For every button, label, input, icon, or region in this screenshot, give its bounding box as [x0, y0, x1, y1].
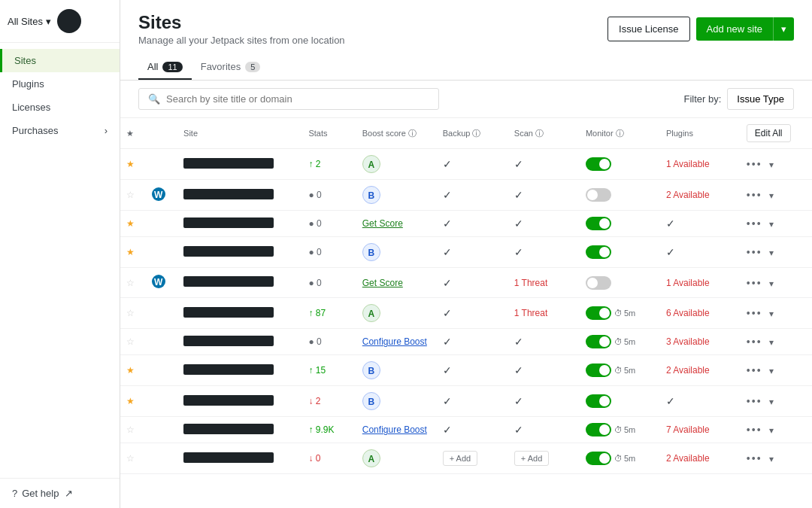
star-icon[interactable]: ★ [126, 159, 135, 169]
monitor-toggle[interactable] [586, 423, 611, 437]
add-new-site-caret[interactable]: ▾ [773, 17, 794, 41]
row-expand-button[interactable]: ▾ [769, 248, 774, 258]
row-menu-button[interactable]: ••• [747, 364, 762, 376]
add-new-site-button[interactable]: Add new site [696, 17, 773, 41]
monitor-toggle[interactable] [586, 364, 611, 377]
site-cell[interactable] [177, 329, 302, 355]
get-help-link[interactable]: ? Get help ↗ [0, 478, 120, 508]
get-score-link[interactable]: Get Score [362, 218, 403, 229]
plugins-cell[interactable]: 1 Available [660, 268, 741, 298]
plugins-available-label[interactable]: 1 Available [666, 278, 710, 288]
row-expand-button[interactable]: ▾ [769, 309, 774, 319]
star-icon[interactable]: ★ [126, 365, 135, 376]
star-cell[interactable]: ☆ [120, 417, 145, 443]
boost-cell[interactable]: Get Score [356, 268, 437, 298]
monitor-cell[interactable]: ⏱5m [580, 298, 660, 329]
tab-all[interactable]: All11 [138, 55, 192, 80]
star-icon[interactable]: ☆ [126, 453, 135, 464]
boost-cell[interactable]: Get Score [356, 211, 437, 237]
monitor-cell[interactable] [580, 237, 660, 268]
scan-threat-label[interactable]: 1 Threat [514, 278, 547, 288]
row-expand-button[interactable]: ▾ [769, 190, 774, 201]
configure-boost-link[interactable]: Configure Boost [362, 424, 427, 435]
monitor-toggle[interactable] [586, 276, 611, 290]
sidebar-item-purchases[interactable]: Purchases› [0, 119, 120, 142]
row-expand-button[interactable]: ▾ [769, 278, 774, 289]
search-bar[interactable]: 🔍 [138, 88, 439, 110]
monitor-toggle[interactable] [586, 306, 611, 320]
star-icon[interactable]: ☆ [126, 308, 135, 318]
plugins-cell[interactable]: 1 Available [660, 149, 741, 180]
sidebar-item-sites[interactable]: Sites [0, 49, 120, 72]
plugins-cell[interactable]: 7 Available [660, 417, 741, 443]
tab-favorites[interactable]: Favorites5 [192, 55, 270, 80]
star-icon[interactable]: ★ [126, 218, 135, 229]
row-menu-button[interactable]: ••• [747, 189, 762, 201]
monitor-cell[interactable] [580, 268, 660, 298]
monitor-cell[interactable]: ⏱5m [580, 417, 660, 443]
star-cell[interactable]: ★ [120, 355, 145, 386]
site-cell[interactable] [177, 298, 302, 329]
edit-all-button[interactable]: Edit All [747, 124, 791, 142]
row-expand-button[interactable]: ▾ [769, 337, 774, 348]
plugins-cell[interactable]: 3 Available [660, 329, 741, 355]
row-expand-button[interactable]: ▾ [769, 397, 774, 407]
monitor-toggle[interactable] [586, 245, 611, 259]
plugins-available-label[interactable]: 1 Available [666, 159, 710, 169]
monitor-cell[interactable] [580, 180, 660, 211]
monitor-cell[interactable]: ⏱5m [580, 355, 660, 386]
site-cell[interactable] [177, 149, 302, 180]
star-cell[interactable]: ☆ [120, 329, 145, 355]
row-expand-button[interactable]: ▾ [769, 366, 774, 376]
scan-cell[interactable]: + Add [508, 443, 580, 474]
monitor-cell[interactable] [580, 211, 660, 237]
row-expand-button[interactable]: ▾ [769, 160, 774, 170]
star-cell[interactable]: ☆ [120, 298, 145, 329]
row-menu-button[interactable]: ••• [747, 336, 762, 348]
monitor-toggle[interactable] [586, 335, 611, 348]
issue-license-button[interactable]: Issue License [607, 17, 690, 41]
site-cell[interactable] [177, 237, 302, 268]
row-menu-button[interactable]: ••• [747, 452, 762, 464]
plugins-cell[interactable]: 2 Available [660, 180, 741, 211]
monitor-cell[interactable]: ⏱5m [580, 443, 660, 474]
backup-cell[interactable]: + Add [437, 443, 508, 474]
plugins-available-label[interactable]: 2 Available [666, 190, 710, 200]
star-cell[interactable]: ★ [120, 149, 145, 180]
monitor-cell[interactable] [580, 149, 660, 180]
search-input[interactable] [166, 93, 429, 105]
star-cell[interactable]: ☆ [120, 443, 145, 474]
site-cell[interactable] [177, 268, 302, 298]
monitor-cell[interactable] [580, 386, 660, 417]
scan-threat-label[interactable]: 1 Threat [514, 308, 547, 318]
row-menu-button[interactable]: ••• [747, 277, 762, 289]
all-sites-selector[interactable]: All Sites ▾ [8, 16, 51, 27]
monitor-cell[interactable]: ⏱5m [580, 329, 660, 355]
site-cell[interactable] [177, 443, 302, 474]
configure-boost-link[interactable]: Configure Boost [362, 336, 427, 347]
star-cell[interactable]: ☆ [120, 180, 145, 211]
monitor-toggle[interactable] [586, 394, 611, 408]
backup-add-button[interactable]: + Add [443, 451, 477, 466]
plugins-available-label[interactable]: 7 Available [666, 424, 710, 435]
sidebar-item-licenses[interactable]: Licenses [0, 96, 120, 119]
scan-cell[interactable]: 1 Threat [508, 268, 580, 298]
boost-cell[interactable]: Configure Boost [356, 417, 437, 443]
star-icon[interactable]: ☆ [126, 190, 135, 200]
star-cell[interactable]: ★ [120, 386, 145, 417]
sidebar-item-plugins[interactable]: Plugins [0, 72, 120, 96]
site-cell[interactable] [177, 355, 302, 386]
scan-add-button[interactable]: + Add [514, 451, 549, 466]
scan-cell[interactable]: 1 Threat [508, 298, 580, 329]
star-icon[interactable]: ☆ [126, 336, 135, 347]
monitor-toggle[interactable] [586, 452, 611, 465]
row-expand-button[interactable]: ▾ [769, 425, 774, 436]
plugins-cell[interactable]: 6 Available [660, 298, 741, 329]
row-menu-button[interactable]: ••• [747, 158, 762, 170]
monitor-toggle[interactable] [586, 217, 611, 230]
site-cell[interactable] [177, 180, 302, 211]
monitor-toggle[interactable] [586, 157, 611, 171]
star-cell[interactable]: ★ [120, 211, 145, 237]
star-icon[interactable]: ★ [126, 247, 135, 257]
row-menu-button[interactable]: ••• [747, 246, 762, 258]
